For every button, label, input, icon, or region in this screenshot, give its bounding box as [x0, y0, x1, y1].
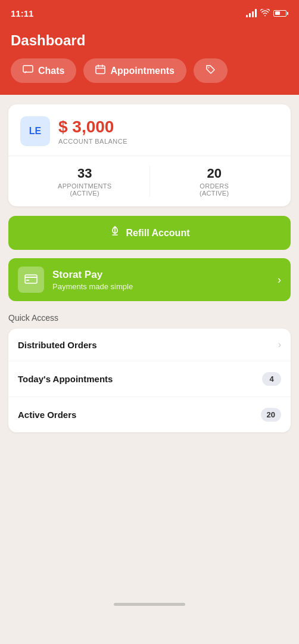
- svg-rect-1: [96, 66, 105, 74]
- refill-button[interactable]: Refill Account: [8, 216, 291, 250]
- amount-value: 3,000: [72, 117, 114, 136]
- active-orders-right: 20: [261, 408, 281, 422]
- active-orders-label: Active Orders: [18, 410, 76, 420]
- orders-count: 20: [150, 166, 279, 181]
- nav-pills: Chats Appointments: [11, 58, 288, 83]
- orders-stat: 20 ORDERS (Active): [150, 166, 279, 197]
- orders-stat-label: ORDERS (Active): [150, 182, 279, 197]
- storat-pay-banner[interactable]: Storat Pay Payments made simple ›: [8, 258, 291, 301]
- nav-more[interactable]: [194, 58, 228, 83]
- appointments-badge: 4: [262, 372, 281, 386]
- storat-subtitle: Payments made simple: [52, 282, 269, 291]
- header: Dashboard Chats Appointments: [0, 26, 299, 95]
- refill-label: Refill Account: [126, 228, 190, 239]
- todays-appointments-right: 4: [262, 372, 281, 386]
- distributed-orders-item[interactable]: Distributed Orders ›: [8, 329, 291, 361]
- storat-chevron-icon: ›: [278, 274, 281, 286]
- currency-symbol: $: [58, 117, 68, 136]
- orders-badge: 20: [261, 408, 281, 422]
- svg-point-2: [208, 67, 210, 69]
- wifi-icon: [260, 9, 270, 18]
- storat-title: Storat Pay: [52, 269, 269, 281]
- refill-icon: [110, 225, 120, 240]
- svg-rect-3: [25, 275, 37, 283]
- balance-info: $ 3,000 ACCOUNT BALANCE: [58, 117, 127, 145]
- page-title: Dashboard: [11, 32, 288, 49]
- nav-appointments[interactable]: Appointments: [83, 58, 186, 83]
- chats-label: Chats: [38, 66, 64, 76]
- appointments-label: Appointments: [110, 66, 175, 76]
- todays-appointments-label: Today's Appointments: [18, 374, 113, 384]
- balance-stats: 33 APPOINTMENTS (Active) 20 ORDERS (Acti…: [8, 156, 291, 206]
- distributed-orders-right: ›: [278, 339, 281, 350]
- quick-access-label: Quick Access: [8, 313, 291, 323]
- signal-icon: [246, 9, 257, 17]
- battery-icon: [273, 10, 288, 17]
- nav-chats[interactable]: Chats: [11, 58, 76, 83]
- home-indicator: [114, 603, 185, 606]
- appointments-stat-label: APPOINTMENTS (Active): [20, 182, 150, 197]
- balance-card: LE $ 3,000 ACCOUNT BALANCE 33 APPOINTMEN…: [8, 104, 291, 206]
- appointments-icon: [95, 64, 105, 77]
- storat-text: Storat Pay Payments made simple: [52, 269, 269, 291]
- chats-icon: [23, 65, 33, 77]
- card-icon: [24, 273, 38, 287]
- status-bar: 11:11: [0, 0, 299, 26]
- svg-rect-0: [23, 66, 33, 72]
- status-icons: [246, 9, 288, 18]
- appointments-stat: 33 APPOINTMENTS (Active): [20, 166, 150, 197]
- balance-top: LE $ 3,000 ACCOUNT BALANCE: [8, 104, 291, 156]
- todays-appointments-item[interactable]: Today's Appointments 4: [8, 361, 291, 397]
- tag-icon: [205, 64, 216, 77]
- avatar: LE: [20, 116, 50, 146]
- main-content: LE $ 3,000 ACCOUNT BALANCE 33 APPOINTMEN…: [0, 95, 299, 596]
- quick-access-card: Distributed Orders › Today's Appointment…: [8, 329, 291, 432]
- status-time: 11:11: [11, 8, 33, 18]
- storat-icon-box: [18, 267, 44, 293]
- balance-amount: $ 3,000: [58, 117, 127, 137]
- distributed-orders-label: Distributed Orders: [18, 340, 97, 350]
- active-orders-item[interactable]: Active Orders 20: [8, 397, 291, 432]
- appointments-count: 33: [20, 166, 150, 181]
- bottom-bar: [0, 596, 299, 618]
- balance-label: ACCOUNT BALANCE: [58, 138, 127, 145]
- chevron-right-icon: ›: [278, 339, 281, 350]
- svg-rect-4: [26, 280, 29, 281]
